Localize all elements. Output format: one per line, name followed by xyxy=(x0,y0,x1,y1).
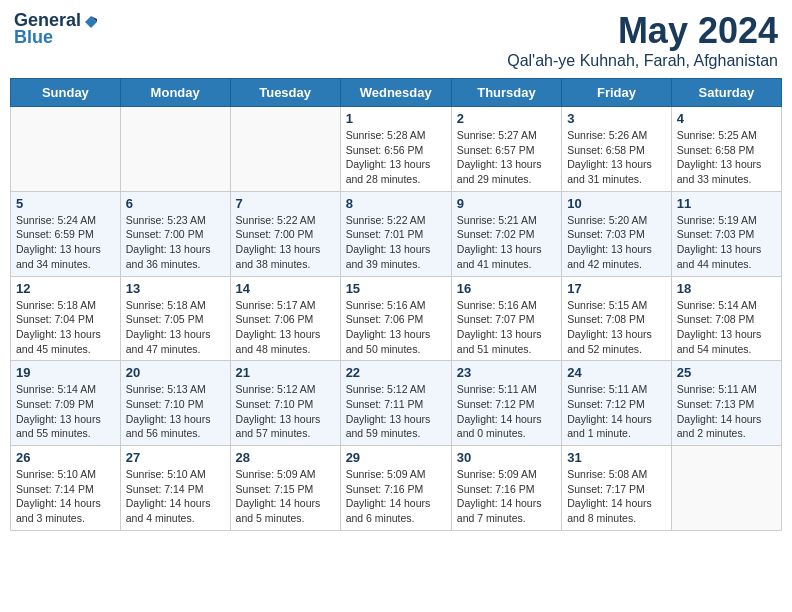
calendar-cell: 14Sunrise: 5:17 AMSunset: 7:06 PMDayligh… xyxy=(230,276,340,361)
day-number: 30 xyxy=(457,450,556,465)
day-info: Sunrise: 5:17 AMSunset: 7:06 PMDaylight:… xyxy=(236,298,335,357)
calendar-cell: 15Sunrise: 5:16 AMSunset: 7:06 PMDayligh… xyxy=(340,276,451,361)
day-info: Sunrise: 5:09 AMSunset: 7:16 PMDaylight:… xyxy=(457,467,556,526)
calendar-cell xyxy=(230,107,340,192)
logo-icon xyxy=(83,14,99,30)
weekday-header: Sunday xyxy=(11,79,121,107)
calendar-cell: 1Sunrise: 5:28 AMSunset: 6:56 PMDaylight… xyxy=(340,107,451,192)
calendar-week-row: 5Sunrise: 5:24 AMSunset: 6:59 PMDaylight… xyxy=(11,191,782,276)
calendar-cell: 20Sunrise: 5:13 AMSunset: 7:10 PMDayligh… xyxy=(120,361,230,446)
day-number: 13 xyxy=(126,281,225,296)
day-info: Sunrise: 5:23 AMSunset: 7:00 PMDaylight:… xyxy=(126,213,225,272)
calendar-cell: 24Sunrise: 5:11 AMSunset: 7:12 PMDayligh… xyxy=(562,361,672,446)
day-number: 28 xyxy=(236,450,335,465)
day-number: 6 xyxy=(126,196,225,211)
calendar-cell: 7Sunrise: 5:22 AMSunset: 7:00 PMDaylight… xyxy=(230,191,340,276)
calendar-cell: 13Sunrise: 5:18 AMSunset: 7:05 PMDayligh… xyxy=(120,276,230,361)
calendar-cell: 21Sunrise: 5:12 AMSunset: 7:10 PMDayligh… xyxy=(230,361,340,446)
day-number: 25 xyxy=(677,365,776,380)
calendar-week-row: 26Sunrise: 5:10 AMSunset: 7:14 PMDayligh… xyxy=(11,446,782,531)
calendar-cell: 9Sunrise: 5:21 AMSunset: 7:02 PMDaylight… xyxy=(451,191,561,276)
day-number: 31 xyxy=(567,450,666,465)
day-info: Sunrise: 5:27 AMSunset: 6:57 PMDaylight:… xyxy=(457,128,556,187)
day-number: 17 xyxy=(567,281,666,296)
calendar-cell: 19Sunrise: 5:14 AMSunset: 7:09 PMDayligh… xyxy=(11,361,121,446)
day-number: 10 xyxy=(567,196,666,211)
day-info: Sunrise: 5:14 AMSunset: 7:08 PMDaylight:… xyxy=(677,298,776,357)
calendar-week-row: 12Sunrise: 5:18 AMSunset: 7:04 PMDayligh… xyxy=(11,276,782,361)
day-number: 15 xyxy=(346,281,446,296)
day-number: 8 xyxy=(346,196,446,211)
calendar-cell: 17Sunrise: 5:15 AMSunset: 7:08 PMDayligh… xyxy=(562,276,672,361)
day-number: 22 xyxy=(346,365,446,380)
calendar-cell: 4Sunrise: 5:25 AMSunset: 6:58 PMDaylight… xyxy=(671,107,781,192)
day-info: Sunrise: 5:22 AMSunset: 7:00 PMDaylight:… xyxy=(236,213,335,272)
day-number: 16 xyxy=(457,281,556,296)
day-info: Sunrise: 5:16 AMSunset: 7:07 PMDaylight:… xyxy=(457,298,556,357)
calendar-cell: 31Sunrise: 5:08 AMSunset: 7:17 PMDayligh… xyxy=(562,446,672,531)
title-block: May 2024 Qal'ah-ye Kuhnah, Farah, Afghan… xyxy=(507,10,778,70)
day-info: Sunrise: 5:11 AMSunset: 7:13 PMDaylight:… xyxy=(677,382,776,441)
calendar-cell: 28Sunrise: 5:09 AMSunset: 7:15 PMDayligh… xyxy=(230,446,340,531)
calendar-cell xyxy=(120,107,230,192)
day-number: 27 xyxy=(126,450,225,465)
weekday-header: Friday xyxy=(562,79,672,107)
svg-marker-0 xyxy=(85,16,97,28)
calendar-table: SundayMondayTuesdayWednesdayThursdayFrid… xyxy=(10,78,782,531)
weekday-header-row: SundayMondayTuesdayWednesdayThursdayFrid… xyxy=(11,79,782,107)
page-header: General Blue May 2024 Qal'ah-ye Kuhnah, … xyxy=(10,10,782,70)
location-title: Qal'ah-ye Kuhnah, Farah, Afghanistan xyxy=(507,52,778,70)
day-info: Sunrise: 5:16 AMSunset: 7:06 PMDaylight:… xyxy=(346,298,446,357)
day-info: Sunrise: 5:21 AMSunset: 7:02 PMDaylight:… xyxy=(457,213,556,272)
day-info: Sunrise: 5:09 AMSunset: 7:16 PMDaylight:… xyxy=(346,467,446,526)
day-number: 11 xyxy=(677,196,776,211)
day-number: 29 xyxy=(346,450,446,465)
day-info: Sunrise: 5:08 AMSunset: 7:17 PMDaylight:… xyxy=(567,467,666,526)
calendar-cell: 3Sunrise: 5:26 AMSunset: 6:58 PMDaylight… xyxy=(562,107,672,192)
day-number: 3 xyxy=(567,111,666,126)
day-number: 4 xyxy=(677,111,776,126)
weekday-header: Monday xyxy=(120,79,230,107)
logo-blue-text: Blue xyxy=(14,27,53,48)
calendar-cell: 30Sunrise: 5:09 AMSunset: 7:16 PMDayligh… xyxy=(451,446,561,531)
calendar-cell xyxy=(11,107,121,192)
weekday-header: Thursday xyxy=(451,79,561,107)
calendar-cell xyxy=(671,446,781,531)
calendar-cell: 22Sunrise: 5:12 AMSunset: 7:11 PMDayligh… xyxy=(340,361,451,446)
month-title: May 2024 xyxy=(507,10,778,52)
calendar-week-row: 1Sunrise: 5:28 AMSunset: 6:56 PMDaylight… xyxy=(11,107,782,192)
day-info: Sunrise: 5:10 AMSunset: 7:14 PMDaylight:… xyxy=(126,467,225,526)
weekday-header: Wednesday xyxy=(340,79,451,107)
day-info: Sunrise: 5:26 AMSunset: 6:58 PMDaylight:… xyxy=(567,128,666,187)
calendar-cell: 25Sunrise: 5:11 AMSunset: 7:13 PMDayligh… xyxy=(671,361,781,446)
day-number: 19 xyxy=(16,365,115,380)
day-number: 21 xyxy=(236,365,335,380)
calendar-cell: 29Sunrise: 5:09 AMSunset: 7:16 PMDayligh… xyxy=(340,446,451,531)
day-info: Sunrise: 5:22 AMSunset: 7:01 PMDaylight:… xyxy=(346,213,446,272)
calendar-week-row: 19Sunrise: 5:14 AMSunset: 7:09 PMDayligh… xyxy=(11,361,782,446)
day-info: Sunrise: 5:25 AMSunset: 6:58 PMDaylight:… xyxy=(677,128,776,187)
day-info: Sunrise: 5:10 AMSunset: 7:14 PMDaylight:… xyxy=(16,467,115,526)
day-info: Sunrise: 5:11 AMSunset: 7:12 PMDaylight:… xyxy=(457,382,556,441)
calendar-cell: 18Sunrise: 5:14 AMSunset: 7:08 PMDayligh… xyxy=(671,276,781,361)
day-number: 2 xyxy=(457,111,556,126)
day-info: Sunrise: 5:18 AMSunset: 7:04 PMDaylight:… xyxy=(16,298,115,357)
calendar-cell: 8Sunrise: 5:22 AMSunset: 7:01 PMDaylight… xyxy=(340,191,451,276)
day-info: Sunrise: 5:24 AMSunset: 6:59 PMDaylight:… xyxy=(16,213,115,272)
day-info: Sunrise: 5:12 AMSunset: 7:10 PMDaylight:… xyxy=(236,382,335,441)
day-info: Sunrise: 5:18 AMSunset: 7:05 PMDaylight:… xyxy=(126,298,225,357)
calendar-cell: 27Sunrise: 5:10 AMSunset: 7:14 PMDayligh… xyxy=(120,446,230,531)
day-number: 24 xyxy=(567,365,666,380)
calendar-cell: 10Sunrise: 5:20 AMSunset: 7:03 PMDayligh… xyxy=(562,191,672,276)
day-info: Sunrise: 5:28 AMSunset: 6:56 PMDaylight:… xyxy=(346,128,446,187)
weekday-header: Saturday xyxy=(671,79,781,107)
day-number: 1 xyxy=(346,111,446,126)
day-info: Sunrise: 5:09 AMSunset: 7:15 PMDaylight:… xyxy=(236,467,335,526)
calendar-cell: 23Sunrise: 5:11 AMSunset: 7:12 PMDayligh… xyxy=(451,361,561,446)
weekday-header: Tuesday xyxy=(230,79,340,107)
day-info: Sunrise: 5:19 AMSunset: 7:03 PMDaylight:… xyxy=(677,213,776,272)
day-number: 23 xyxy=(457,365,556,380)
calendar-cell: 5Sunrise: 5:24 AMSunset: 6:59 PMDaylight… xyxy=(11,191,121,276)
day-number: 20 xyxy=(126,365,225,380)
calendar-cell: 12Sunrise: 5:18 AMSunset: 7:04 PMDayligh… xyxy=(11,276,121,361)
